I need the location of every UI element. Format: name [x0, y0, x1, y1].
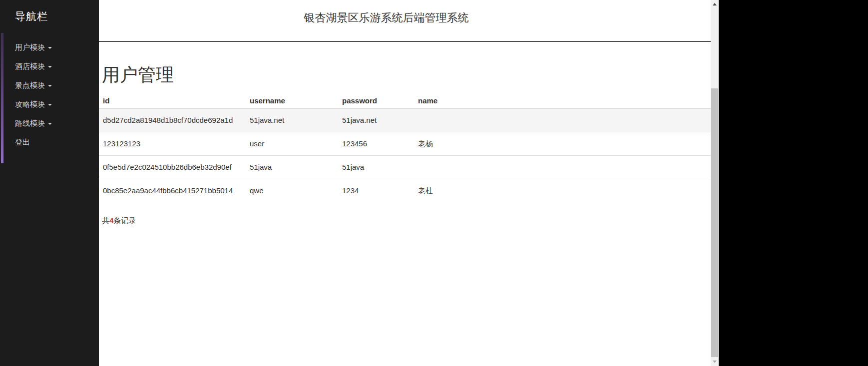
sidebar-item-user-module[interactable]: 用户模块 — [0, 38, 99, 57]
table-header-row: id username password name — [99, 94, 711, 108]
cell-username: 51java — [246, 156, 338, 179]
cell-name: 老杜 — [414, 179, 711, 203]
record-count: 共4条记录 — [102, 216, 711, 226]
sidebar-item-label: 景点模块 — [15, 81, 45, 89]
scrollbar-up-button[interactable] — [711, 0, 719, 8]
cell-name — [414, 156, 711, 179]
column-header-id: id — [99, 94, 246, 108]
sidebar-item-route-module[interactable]: 路线模块 — [0, 114, 99, 133]
sidebar-item-label: 路线模块 — [15, 119, 45, 127]
record-count-suffix: 条记录 — [113, 216, 136, 225]
user-table: id username password name d5d27cd2a81948… — [99, 94, 711, 202]
caret-down-icon — [48, 66, 52, 68]
caret-down-icon — [48, 85, 52, 87]
scroll-down-arrow-icon — [713, 361, 717, 363]
main-area: 银杏湖景区乐游系统后端管理系统 用户管理 id username passwor… — [99, 0, 711, 366]
column-header-username: username — [246, 94, 338, 108]
cell-id: 0f5e5d7e2c024510bb26db6eb32d90ef — [99, 156, 246, 179]
table-row[interactable]: 0bc85e2aa9ac44fbb6cb415271bb5014 qwe 123… — [99, 179, 711, 203]
column-header-password: password — [338, 94, 414, 108]
table-row[interactable]: 123123123 user 123456 老杨 — [99, 132, 711, 156]
screen: 导航栏 用户模块 酒店模块 景点模块 攻略模块 路线模块 登出 — [0, 0, 868, 366]
cell-id: 123123123 — [99, 132, 246, 156]
caret-down-icon — [48, 47, 52, 49]
sidebar-item-hotel-module[interactable]: 酒店模块 — [0, 57, 99, 76]
sidebar-title: 导航栏 — [15, 9, 48, 23]
sidebar-item-label: 登出 — [15, 138, 30, 146]
table-row[interactable]: 0f5e5d7e2c024510bb26db6eb32d90ef 51java … — [99, 156, 711, 179]
sidebar-item-label: 酒店模块 — [15, 62, 45, 70]
vertical-scrollbar[interactable] — [711, 0, 719, 366]
caret-down-icon — [48, 104, 52, 106]
app-title: 银杏湖景区乐游系统后端管理系统 — [99, 10, 711, 25]
record-count-prefix: 共 — [102, 216, 109, 225]
cell-id: 0bc85e2aa9ac44fbb6cb415271bb5014 — [99, 179, 246, 203]
sidebar-item-scenic-module[interactable]: 景点模块 — [0, 76, 99, 95]
cell-password: 1234 — [338, 179, 414, 203]
content: 用户管理 id username password name d5d27cd2a… — [99, 42, 711, 226]
cell-name — [414, 108, 711, 132]
table-row[interactable]: d5d27cd2a81948d1b8cf70dcde692a1d 51java.… — [99, 108, 711, 132]
cell-name: 老杨 — [414, 132, 711, 156]
sidebar-nav: 用户模块 酒店模块 景点模块 攻略模块 路线模块 登出 — [0, 38, 99, 152]
scrollbar-down-button[interactable] — [711, 358, 719, 366]
sidebar-item-label: 用户模块 — [15, 43, 45, 51]
sidebar-item-logout[interactable]: 登出 — [0, 133, 99, 152]
cell-password: 51java.net — [338, 108, 414, 132]
cell-username: 51java.net — [246, 108, 338, 132]
column-header-name: name — [414, 94, 711, 108]
cell-username: qwe — [246, 179, 338, 203]
page-title: 用户管理 — [102, 65, 711, 85]
cell-username: user — [246, 132, 338, 156]
cell-id: d5d27cd2a81948d1b8cf70dcde692a1d — [99, 108, 246, 132]
sidebar-item-guide-module[interactable]: 攻略模块 — [0, 95, 99, 114]
scrollbar-thumb[interactable] — [711, 88, 718, 357]
cell-password: 123456 — [338, 132, 414, 156]
topbar: 银杏湖景区乐游系统后端管理系统 — [99, 0, 711, 42]
cell-password: 51java — [338, 156, 414, 179]
sidebar-item-label: 攻略模块 — [15, 100, 45, 108]
caret-down-icon — [48, 123, 52, 125]
sidebar: 导航栏 用户模块 酒店模块 景点模块 攻略模块 路线模块 登出 — [0, 0, 99, 366]
scroll-up-arrow-icon — [713, 3, 717, 5]
